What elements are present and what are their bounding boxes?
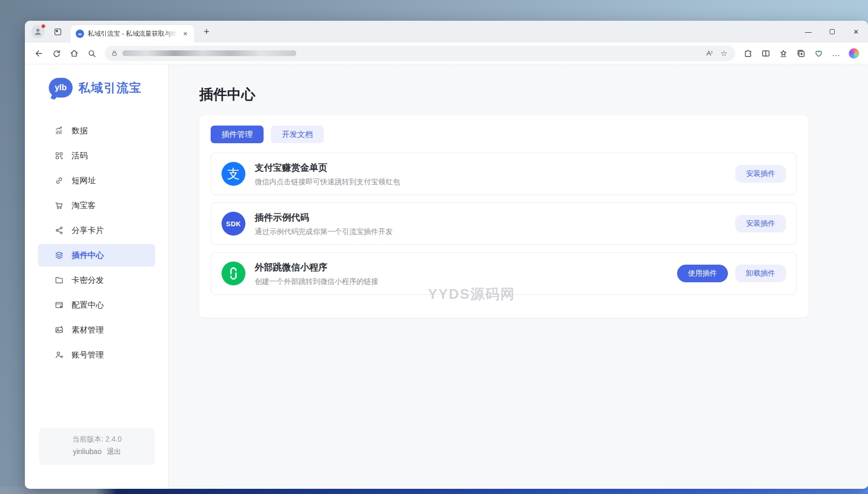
extensions-button[interactable]	[739, 45, 757, 62]
version-text: 当前版本: 2.4.0	[39, 433, 155, 446]
extensions-puzzle-icon	[743, 49, 753, 58]
plugin-title: 外部跳微信小程序	[255, 261, 677, 273]
sidebar-item-live-code[interactable]: 活码	[38, 144, 155, 167]
browser-titlebar: ∞ 私域引流宝 - 私域流量获取与维护 ✕ + — ✕	[25, 21, 868, 43]
tab-title: 私域引流宝 - 私域流量获取与维护	[88, 30, 177, 38]
collections-button[interactable]	[792, 45, 810, 62]
qr-grid-icon	[54, 151, 64, 160]
settings-more-button[interactable]: …	[828, 45, 845, 62]
sidebar-item-label: 素材管理	[72, 325, 104, 336]
plugin-actions: 安装插件	[735, 165, 786, 183]
uninstall-plugin-button[interactable]: 卸载插件	[735, 265, 786, 282]
sidebar-item-label: 短网址	[72, 175, 96, 186]
main-area: 插件中心 插件管理 开发文档 支 支付宝赚赏金单页 微信内点击链接即可快速跳转到…	[169, 64, 868, 489]
config-icon	[54, 300, 64, 310]
refresh-icon	[52, 49, 61, 58]
sidebar-item-materials[interactable]: 素材管理	[38, 319, 155, 341]
sidebar-item-share-card[interactable]: 分享卡片	[38, 219, 155, 242]
page-title: 插件中心	[199, 85, 868, 104]
plugin-title: 支付宝赚赏金单页	[255, 161, 735, 174]
chart-icon	[54, 126, 64, 135]
plugin-card-wechat-mini: 外部跳微信小程序 创建一个外部跳转到微信小程序的链接 使用插件 卸载插件	[211, 252, 797, 295]
logo-text: 私域引流宝	[78, 80, 142, 96]
browser-window: ∞ 私域引流宝 - 私域流量获取与维护 ✕ + — ✕	[25, 21, 868, 489]
app-logo: ylb 私域引流宝	[25, 78, 168, 98]
wallet-icon	[54, 276, 64, 285]
home-icon	[70, 49, 79, 58]
sidebar-item-label: 配置中心	[72, 300, 104, 311]
split-screen-icon	[761, 49, 770, 58]
plugin-info: 外部跳微信小程序 创建一个外部跳转到微信小程序的链接	[255, 261, 677, 286]
sdk-icon: SDK	[222, 212, 245, 236]
sidebar-item-label: 账号管理	[72, 350, 104, 361]
sidebar-item-plugin-center[interactable]: 插件中心	[38, 244, 155, 267]
sidebar-item-label: 插件中心	[72, 250, 104, 261]
site-favicon-icon: ∞	[76, 30, 84, 38]
plugin-title: 插件示例代码	[255, 211, 735, 224]
page-content: ylb 私域引流宝 数据 活码 短网址	[25, 64, 868, 489]
panel-tabs: 插件管理 开发文档	[211, 126, 797, 143]
person-icon	[33, 27, 43, 36]
use-plugin-button[interactable]: 使用插件	[677, 265, 728, 282]
sidebar-item-data[interactable]: 数据	[38, 119, 155, 142]
sidebar-item-short-url[interactable]: 短网址	[38, 169, 155, 192]
minimize-button[interactable]: —	[796, 21, 820, 43]
new-tab-button[interactable]: +	[199, 24, 214, 39]
link-icon	[54, 176, 64, 185]
logout-link[interactable]: 退出	[107, 447, 121, 456]
sidebar: ylb 私域引流宝 数据 活码 短网址	[25, 64, 169, 489]
sidebar-item-taobao[interactable]: 淘宝客	[38, 194, 155, 217]
browser-toolbar: A⁾ ☆ …	[25, 43, 868, 64]
favorites-star-icon	[779, 49, 788, 58]
sidebar-item-label: 卡密分发	[72, 275, 104, 286]
add-favorite-icon[interactable]: ☆	[719, 49, 729, 58]
share-icon	[54, 226, 64, 235]
plugin-desc: 创建一个外部跳转到微信小程序的链接	[255, 277, 677, 286]
sidebar-item-config-center[interactable]: 配置中心	[38, 294, 155, 317]
wechat-miniprogram-icon	[222, 262, 245, 285]
tab-dev-docs[interactable]: 开发文档	[271, 126, 324, 143]
maximize-button[interactable]	[820, 21, 844, 43]
more-options-icon: …	[832, 49, 841, 58]
sidebar-item-accounts[interactable]: 账号管理	[38, 344, 155, 366]
read-aloud-icon[interactable]: A⁾	[705, 49, 714, 57]
cart-icon	[54, 201, 64, 210]
maximize-icon	[830, 29, 835, 34]
sidebar-item-label: 淘宝客	[72, 200, 96, 211]
tab-close-icon[interactable]: ✕	[181, 29, 190, 38]
close-button[interactable]: ✕	[844, 21, 868, 43]
search-icon	[87, 49, 97, 58]
sidebar-item-card-key[interactable]: 卡密分发	[38, 269, 155, 292]
plugin-card-sdk: SDK 插件示例代码 通过示例代码完成你第一个引流宝插件开发 安装插件	[211, 202, 797, 245]
image-icon	[54, 325, 64, 335]
plugin-desc: 微信内点击链接即可快速跳转到支付宝领红包	[255, 177, 735, 187]
search-button[interactable]	[83, 45, 101, 62]
back-icon	[34, 49, 44, 58]
profile-avatar[interactable]	[31, 25, 45, 38]
copilot-icon[interactable]	[849, 48, 859, 59]
plugin-panel: 插件管理 开发文档 支 支付宝赚赏金单页 微信内点击链接即可快速跳转到支付宝领红…	[199, 115, 808, 318]
split-screen-button[interactable]	[757, 45, 775, 62]
address-bar[interactable]: A⁾ ☆	[105, 46, 735, 61]
plugin-card-alipay: 支 支付宝赚赏金单页 微信内点击链接即可快速跳转到支付宝领红包 安装插件	[211, 153, 797, 195]
version-box: 当前版本: 2.4.0 yinliubao 退出	[39, 428, 155, 465]
tab-plugin-management[interactable]: 插件管理	[211, 126, 264, 143]
logo-bubble-icon: ylb	[49, 78, 73, 98]
browser-essentials-button[interactable]	[810, 45, 828, 62]
sidebar-menu: 数据 活码 短网址 淘宝客	[25, 113, 168, 366]
notification-dot	[41, 24, 46, 29]
lock-icon	[111, 50, 118, 57]
plugin-actions: 安装插件	[735, 215, 786, 232]
back-button[interactable]	[30, 45, 48, 62]
install-plugin-button[interactable]: 安装插件	[735, 165, 786, 183]
plugin-desc: 通过示例代码完成你第一个引流宝插件开发	[255, 227, 735, 237]
sidebar-item-label: 分享卡片	[72, 225, 104, 236]
plugin-actions: 使用插件 卸载插件	[677, 265, 786, 282]
home-button[interactable]	[65, 45, 83, 62]
favorites-button[interactable]	[775, 45, 792, 62]
account-name: yinliubao	[73, 447, 101, 456]
install-plugin-button[interactable]: 安装插件	[735, 215, 786, 232]
browser-tab[interactable]: ∞ 私域引流宝 - 私域流量获取与维护 ✕	[71, 25, 194, 43]
refresh-button[interactable]	[48, 45, 65, 62]
tab-actions-menu-icon[interactable]	[51, 25, 64, 38]
